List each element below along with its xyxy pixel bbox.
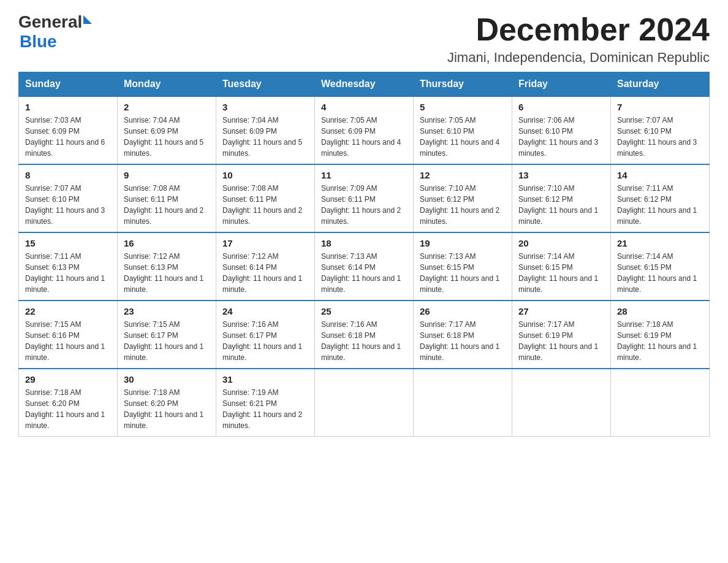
day-info: Sunrise: 7:12 AMSunset: 6:13 PMDaylight:… [124,251,210,295]
day-info: Sunrise: 7:18 AMSunset: 6:20 PMDaylight:… [124,387,210,431]
calendar-cell: 24Sunrise: 7:16 AMSunset: 6:17 PMDayligh… [216,301,315,369]
calendar-cell: 10Sunrise: 7:08 AMSunset: 6:11 PMDayligh… [216,164,315,232]
logo-triangle-icon [83,15,92,24]
day-number: 27 [518,306,604,316]
day-info: Sunrise: 7:18 AMSunset: 6:20 PMDaylight:… [25,387,111,431]
day-number: 4 [321,102,407,112]
day-number: 28 [617,306,703,316]
logo: General Blue [18,12,92,52]
day-number: 23 [124,306,210,316]
day-info: Sunrise: 7:09 AMSunset: 6:11 PMDaylight:… [321,183,407,227]
day-number: 18 [321,238,407,248]
day-info: Sunrise: 7:11 AMSunset: 6:13 PMDaylight:… [25,251,111,295]
day-info: Sunrise: 7:03 AMSunset: 6:09 PMDaylight:… [25,115,111,159]
day-info: Sunrise: 7:07 AMSunset: 6:10 PMDaylight:… [25,183,111,227]
day-info: Sunrise: 7:16 AMSunset: 6:18 PMDaylight:… [321,319,407,363]
day-number: 10 [222,170,308,180]
calendar-cell: 26Sunrise: 7:17 AMSunset: 6:18 PMDayligh… [414,301,512,369]
calendar-cell: 8Sunrise: 7:07 AMSunset: 6:10 PMDaylight… [19,164,118,232]
day-number: 15 [25,238,111,248]
day-info: Sunrise: 7:08 AMSunset: 6:11 PMDaylight:… [222,183,308,227]
day-info: Sunrise: 7:18 AMSunset: 6:19 PMDaylight:… [617,319,703,363]
page-header: General Blue December 2024 Jimani, Indep… [18,12,710,66]
day-info: Sunrise: 7:12 AMSunset: 6:14 PMDaylight:… [222,251,308,295]
day-info: Sunrise: 7:05 AMSunset: 6:10 PMDaylight:… [420,115,506,159]
location-title: Jimani, Independencia, Dominican Republi… [447,50,710,66]
calendar-cell: 20Sunrise: 7:14 AMSunset: 6:15 PMDayligh… [512,232,611,301]
calendar-cell [611,369,710,437]
logo-blue-text: Blue [20,32,57,52]
day-info: Sunrise: 7:13 AMSunset: 6:15 PMDaylight:… [420,251,506,295]
day-info: Sunrise: 7:11 AMSunset: 6:12 PMDaylight:… [617,183,703,227]
calendar-cell: 14Sunrise: 7:11 AMSunset: 6:12 PMDayligh… [611,164,710,232]
day-info: Sunrise: 7:08 AMSunset: 6:11 PMDaylight:… [124,183,210,227]
day-number: 30 [124,374,210,385]
calendar-cell: 1Sunrise: 7:03 AMSunset: 6:09 PMDaylight… [19,96,118,164]
day-number: 2 [124,102,210,112]
calendar-table: SundayMondayTuesdayWednesdayThursdayFrid… [18,72,710,437]
day-number: 6 [518,102,604,112]
header-wednesday: Wednesday [315,72,414,97]
calendar-cell: 21Sunrise: 7:14 AMSunset: 6:15 PMDayligh… [611,232,710,301]
day-info: Sunrise: 7:17 AMSunset: 6:19 PMDaylight:… [518,319,604,363]
calendar-cell: 22Sunrise: 7:15 AMSunset: 6:16 PMDayligh… [19,301,118,369]
calendar-cell: 25Sunrise: 7:16 AMSunset: 6:18 PMDayligh… [315,301,414,369]
calendar-cell: 31Sunrise: 7:19 AMSunset: 6:21 PMDayligh… [216,369,315,437]
day-number: 17 [222,238,308,248]
calendar-cell: 11Sunrise: 7:09 AMSunset: 6:11 PMDayligh… [315,164,414,232]
header-sunday: Sunday [19,72,118,97]
calendar-cell: 9Sunrise: 7:08 AMSunset: 6:11 PMDaylight… [118,164,216,232]
header-saturday: Saturday [611,72,710,97]
day-info: Sunrise: 7:10 AMSunset: 6:12 PMDaylight:… [420,183,506,227]
logo-general-text: General [18,12,82,32]
day-info: Sunrise: 7:15 AMSunset: 6:17 PMDaylight:… [124,319,210,363]
day-number: 31 [222,374,308,385]
day-number: 13 [518,170,604,180]
day-number: 14 [617,170,703,180]
calendar-week-row: 15Sunrise: 7:11 AMSunset: 6:13 PMDayligh… [19,232,710,301]
day-info: Sunrise: 7:05 AMSunset: 6:09 PMDaylight:… [321,115,407,159]
day-number: 24 [222,306,308,316]
calendar-week-row: 22Sunrise: 7:15 AMSunset: 6:16 PMDayligh… [19,301,710,369]
day-info: Sunrise: 7:15 AMSunset: 6:16 PMDaylight:… [25,319,111,363]
day-number: 7 [617,102,703,112]
day-info: Sunrise: 7:06 AMSunset: 6:10 PMDaylight:… [518,115,604,159]
day-number: 20 [518,238,604,248]
day-number: 25 [321,306,407,316]
calendar-cell: 12Sunrise: 7:10 AMSunset: 6:12 PMDayligh… [414,164,512,232]
header-monday: Monday [118,72,216,97]
day-number: 8 [25,170,111,180]
header-thursday: Thursday [414,72,512,97]
calendar-cell: 15Sunrise: 7:11 AMSunset: 6:13 PMDayligh… [19,232,118,301]
calendar-cell: 23Sunrise: 7:15 AMSunset: 6:17 PMDayligh… [118,301,216,369]
day-number: 3 [222,102,308,112]
calendar-week-row: 8Sunrise: 7:07 AMSunset: 6:10 PMDaylight… [19,164,710,232]
calendar-cell: 27Sunrise: 7:17 AMSunset: 6:19 PMDayligh… [512,301,611,369]
day-number: 22 [25,306,111,316]
day-info: Sunrise: 7:13 AMSunset: 6:14 PMDaylight:… [321,251,407,295]
calendar-cell: 18Sunrise: 7:13 AMSunset: 6:14 PMDayligh… [315,232,414,301]
day-number: 21 [617,238,703,248]
calendar-cell: 6Sunrise: 7:06 AMSunset: 6:10 PMDaylight… [512,96,611,164]
day-info: Sunrise: 7:10 AMSunset: 6:12 PMDaylight:… [518,183,604,227]
day-number: 16 [124,238,210,248]
day-info: Sunrise: 7:14 AMSunset: 6:15 PMDaylight:… [617,251,703,295]
calendar-cell: 2Sunrise: 7:04 AMSunset: 6:09 PMDaylight… [118,96,216,164]
day-number: 19 [420,238,506,248]
calendar-cell: 3Sunrise: 7:04 AMSunset: 6:09 PMDaylight… [216,96,315,164]
calendar-cell [512,369,611,437]
title-area: December 2024 Jimani, Independencia, Dom… [447,12,710,66]
day-info: Sunrise: 7:16 AMSunset: 6:17 PMDaylight:… [222,319,308,363]
calendar-cell: 16Sunrise: 7:12 AMSunset: 6:13 PMDayligh… [118,232,216,301]
day-number: 9 [124,170,210,180]
day-number: 11 [321,170,407,180]
calendar-cell: 19Sunrise: 7:13 AMSunset: 6:15 PMDayligh… [414,232,512,301]
calendar-cell: 4Sunrise: 7:05 AMSunset: 6:09 PMDaylight… [315,96,414,164]
calendar-cell: 30Sunrise: 7:18 AMSunset: 6:20 PMDayligh… [118,369,216,437]
header-tuesday: Tuesday [216,72,315,97]
day-number: 1 [25,102,111,112]
calendar-week-row: 1Sunrise: 7:03 AMSunset: 6:09 PMDaylight… [19,96,710,164]
day-info: Sunrise: 7:07 AMSunset: 6:10 PMDaylight:… [617,115,703,159]
month-title: December 2024 [447,12,710,47]
day-number: 5 [420,102,506,112]
